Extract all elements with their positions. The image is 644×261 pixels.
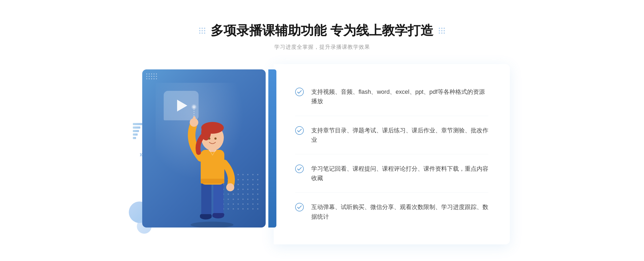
feature-item-4: 互动弹幕、试听购买、微信分享、观看次数限制、学习进度跟踪、数据统计 (295, 193, 488, 231)
page-title: 多项录播课辅助功能 专为线上教学打造 (199, 22, 445, 39)
svg-point-22 (295, 126, 303, 135)
blue-accent-bar (268, 69, 276, 228)
svg-rect-1 (201, 179, 211, 217)
person-illustration (172, 94, 252, 228)
svg-point-16 (208, 137, 210, 140)
feature-item-1: 支持视频、音频、flash、word、excel、ppt、pdf等各种格式的资源… (295, 77, 488, 116)
illustration-area: » (134, 64, 274, 244)
header-section: 多项录播课辅助功能 专为线上教学打造 学习进度全掌握，提升录播课教学效果 (199, 22, 445, 51)
feature-text-3: 学习笔记回看、课程提问、课程评论打分、课件资料下载，重点内容收藏 (311, 164, 488, 183)
svg-point-20 (191, 104, 197, 110)
feature-text-2: 支持章节目录、弹题考试、课后练习、课后作业、章节测验、批改作业 (311, 126, 488, 144)
main-content: » (134, 64, 510, 244)
feature-text-1: 支持视频、音频、flash、word、excel、ppt、pdf等各种格式的资源… (311, 87, 488, 106)
svg-point-24 (295, 203, 303, 211)
content-panel: 支持视频、音频、flash、word、excel、ppt、pdf等各种格式的资源… (274, 64, 510, 244)
stripe-bar (133, 123, 142, 147)
title-dots-right (439, 28, 445, 34)
check-icon-3 (295, 165, 304, 173)
feature-list: 支持视频、音频、flash、word、excel、ppt、pdf等各种格式的资源… (295, 77, 488, 231)
svg-rect-4 (200, 214, 212, 217)
title-text: 多项录播课辅助功能 专为线上教学打造 (211, 22, 433, 39)
feature-text-4: 互动弹幕、试听购买、微信分享、观看次数限制、学习进度跟踪、数据统计 (311, 202, 488, 221)
feature-item-2: 支持章节目录、弹题考试、课后练习、课后作业、章节测验、批改作业 (295, 116, 488, 154)
svg-point-21 (295, 88, 303, 96)
illustration-bg (142, 69, 266, 228)
svg-rect-10 (193, 116, 196, 124)
page-wrapper: 多项录播课辅助功能 专为线上教学打造 学习进度全掌握，提升录播课教学效果 » (0, 6, 644, 255)
check-icon-1 (295, 88, 304, 96)
title-dots-left (199, 28, 205, 34)
svg-rect-6 (213, 213, 224, 216)
small-dots-tl (146, 73, 165, 84)
svg-rect-8 (201, 179, 224, 184)
svg-point-23 (295, 165, 303, 173)
header-subtitle: 学习进度全掌握，提升录播课教学效果 (199, 43, 445, 51)
svg-point-0 (191, 222, 233, 228)
feature-item-3: 学习笔记回看、课程提问、课程评论打分、课件资料下载，重点内容收藏 (295, 154, 488, 193)
check-icon-4 (295, 203, 304, 211)
svg-point-17 (214, 137, 217, 140)
check-icon-2 (295, 126, 304, 135)
svg-point-11 (226, 183, 234, 191)
svg-rect-2 (213, 179, 224, 215)
